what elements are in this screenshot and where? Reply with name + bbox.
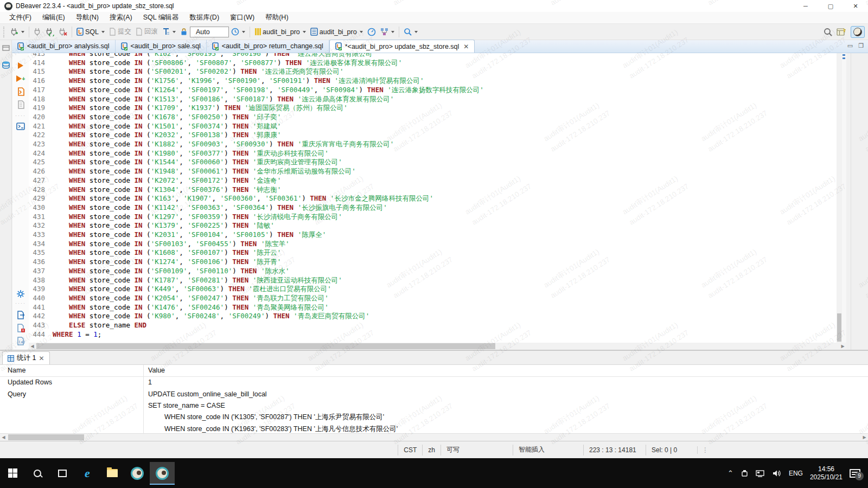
dbeaver-taskbar-button-active[interactable] bbox=[150, 462, 175, 485]
maximize-panel-icon[interactable]: ❐ bbox=[858, 42, 864, 49]
commit-button[interactable]: 提交 bbox=[107, 25, 133, 38]
variables-doc-icon[interactable]: (x) bbox=[15, 336, 26, 346]
editor-tab-2[interactable]: <audit_bi_pro> return_change.sql bbox=[207, 40, 329, 53]
menu-item-7[interactable]: 帮助(H) bbox=[260, 12, 293, 23]
code-line[interactable]: 421 WHEN store_code IN ('K1501', 'SF0037… bbox=[29, 122, 837, 131]
dbeaver-taskbar-button[interactable] bbox=[125, 462, 150, 485]
execute-statement-button[interactable] bbox=[15, 61, 26, 70]
action-center-icon[interactable]: 9 bbox=[850, 469, 860, 478]
rollback-button[interactable]: 回滚 bbox=[133, 25, 160, 38]
close-icon[interactable]: ✕ bbox=[463, 43, 469, 50]
compare-button[interactable] bbox=[378, 26, 397, 37]
minimize-panel-icon[interactable]: ▭ bbox=[847, 42, 853, 49]
code-line[interactable]: 424 WHEN store_code IN ('K1980', 'SF0037… bbox=[29, 149, 837, 158]
dbeaver-perspective-button[interactable] bbox=[851, 26, 865, 38]
code-line[interactable]: 430 WHEN store_code IN ('K1142', 'SF0036… bbox=[29, 203, 837, 213]
close-icon[interactable]: ✕ bbox=[39, 355, 44, 362]
scroll-left-arrow-icon[interactable]: ◀ bbox=[0, 434, 7, 441]
volume-icon[interactable] bbox=[773, 470, 782, 477]
transaction-log-button[interactable] bbox=[160, 26, 178, 37]
internet-explorer-button[interactable]: e bbox=[75, 462, 100, 485]
stat-row[interactable]: WHEN store_code IN ('K1963', 'SF00283') … bbox=[0, 423, 868, 434]
sql-search-button[interactable] bbox=[401, 26, 420, 37]
code-line[interactable]: 415 WHEN store_code IN ('SF00201', 'SF00… bbox=[29, 67, 837, 76]
new-connection-button[interactable] bbox=[8, 26, 27, 38]
menu-item-3[interactable]: 搜索(A) bbox=[105, 12, 137, 23]
file-explorer-button[interactable] bbox=[100, 462, 125, 485]
scroll-left-arrow-icon[interactable]: ◀ bbox=[29, 343, 36, 350]
minimize-button[interactable]: ─ bbox=[793, 0, 818, 12]
code-line[interactable]: 422 WHEN store_code IN ('K2032', 'SF0013… bbox=[29, 131, 837, 140]
menu-item-4[interactable]: SQL 编辑器 bbox=[138, 12, 184, 23]
code-line[interactable]: 444WHERE 1 = 1; bbox=[29, 330, 837, 339]
code-line[interactable]: 420 WHEN store_code IN ('K1678', 'SF0025… bbox=[29, 113, 837, 122]
dashboard-button[interactable] bbox=[365, 26, 378, 38]
close-button[interactable]: ✕ bbox=[843, 0, 868, 12]
stat-row[interactable]: SET store_name = CASE bbox=[0, 400, 868, 412]
commit-mode-combobox[interactable]: Auto bbox=[190, 27, 229, 37]
code-line[interactable]: 414 WHEN store_code IN ('SF00806', 'SF00… bbox=[29, 59, 837, 68]
status-caret-position[interactable]: 223 : 13 : 14181 bbox=[583, 445, 646, 455]
code-line[interactable]: 423 WHEN store_code IN ('K1882', 'SF0090… bbox=[29, 140, 837, 149]
editor-tab-0[interactable]: <audit_bi_pro> analysis.sql bbox=[12, 40, 116, 53]
editor-horizontal-scrollbar[interactable]: ◀ ▶ bbox=[29, 343, 846, 350]
code-line[interactable]: 434 WHEN store_code IN ('SF00103', 'SF00… bbox=[29, 240, 837, 249]
code-line[interactable]: 427 WHEN store_code IN ('K2072', 'SF0017… bbox=[29, 176, 837, 185]
network-icon[interactable] bbox=[756, 470, 765, 477]
taskbar-search-button[interactable] bbox=[25, 462, 50, 485]
execute-new-tab-button[interactable]: + bbox=[15, 74, 26, 84]
code-line[interactable]: 442 WHEN store_code IN ('K980', 'SF00248… bbox=[29, 312, 837, 321]
menu-item-1[interactable]: 编辑(E) bbox=[37, 12, 70, 23]
input-language[interactable]: ENG bbox=[789, 470, 803, 477]
start-button[interactable] bbox=[0, 462, 25, 485]
code-line[interactable]: 437 WHEN store_code IN ('SF00109', 'SF00… bbox=[29, 267, 837, 276]
validation-error-doc-icon[interactable] bbox=[15, 323, 26, 333]
usb-device-icon[interactable] bbox=[741, 470, 749, 477]
stats-col-name[interactable]: Name bbox=[0, 365, 144, 376]
code-line[interactable]: 431 WHEN store_code IN ('K1297', 'SF0035… bbox=[29, 213, 837, 222]
menu-item-0[interactable]: 文件(F) bbox=[4, 12, 36, 23]
stat-row[interactable]: Updated Rows1 bbox=[0, 377, 868, 389]
code-line[interactable]: 438 WHEN store_code IN ('K1787', 'SF0028… bbox=[29, 276, 837, 285]
code-line[interactable]: 417 WHEN store_code IN ('K1264', 'SF0019… bbox=[29, 86, 837, 95]
lock-button[interactable] bbox=[178, 26, 190, 37]
code-line[interactable]: 416 WHEN store_code IN ('K1756', 'K1996'… bbox=[29, 76, 837, 86]
code-line[interactable]: 419 WHEN store_code IN ('K1709', 'K1937'… bbox=[29, 104, 837, 113]
code-line[interactable]: 433 WHEN store_code IN ('K2031', 'SF0010… bbox=[29, 230, 837, 240]
export-result-button[interactable] bbox=[15, 310, 26, 320]
stat-row[interactable]: WHEN store_code IN ('K1305', 'SF00287') … bbox=[0, 412, 868, 423]
quick-access-search-icon[interactable] bbox=[824, 28, 832, 36]
editor-vertical-scrollbar[interactable] bbox=[837, 53, 842, 343]
database-navigator-icon[interactable] bbox=[1, 60, 10, 69]
code-line[interactable]: 418 WHEN store_code IN ('K1513', 'SF0018… bbox=[29, 95, 837, 104]
disconnect-all-button[interactable] bbox=[56, 26, 69, 38]
code-line[interactable]: 413 WHEN store_code IN ('K162', 'SF00195… bbox=[29, 53, 837, 59]
tray-expand-icon[interactable]: ⌃ bbox=[727, 469, 733, 477]
code-line[interactable]: 439 WHEN store_code IN ('K449', 'SF00063… bbox=[29, 285, 837, 294]
connection-selector[interactable]: audit_bi_pro bbox=[252, 26, 308, 37]
panel-horizontal-scrollbar[interactable]: ◀ ▶ bbox=[0, 433, 868, 441]
scroll-right-arrow-icon[interactable]: ▶ bbox=[861, 434, 868, 441]
editor-tab-1[interactable]: <audit_bi_pro> sale.sql bbox=[116, 40, 207, 53]
reconnect-button[interactable] bbox=[43, 26, 56, 38]
stat-row[interactable]: QueryUPDATE custom_online_sale_bill_loca… bbox=[0, 388, 868, 400]
code-line[interactable]: 440 WHEN store_code IN ('K2054', 'SF0024… bbox=[29, 294, 837, 303]
transaction-history-button[interactable] bbox=[229, 26, 247, 37]
overview-ruler[interactable] bbox=[842, 53, 846, 343]
sql-editor[interactable]: 413 WHEN store_code IN ('K162', 'SF00195… bbox=[29, 53, 846, 350]
sql-console-button[interactable] bbox=[15, 121, 26, 131]
clock[interactable]: 14:56 2025/10/21 bbox=[810, 465, 843, 481]
perspective-icon[interactable] bbox=[837, 28, 846, 36]
disconnect-button[interactable] bbox=[31, 26, 43, 38]
maximize-button[interactable]: ▢ bbox=[818, 0, 843, 12]
editor-tab-3[interactable]: *<audit_bi_pro> update_sbz_store.sql✕ bbox=[329, 40, 475, 53]
code-line[interactable]: 432 WHEN store_code IN ('K1379', 'SF0022… bbox=[29, 221, 837, 230]
task-view-button[interactable] bbox=[50, 462, 75, 485]
code-line[interactable]: 429 WHEN store_code IN ('K163', 'K1907',… bbox=[29, 194, 837, 203]
code-line[interactable]: 428 WHEN store_code IN ('K1304', 'SF0037… bbox=[29, 185, 837, 195]
database-selector[interactable]: audit_bi_pro bbox=[308, 26, 365, 37]
sql-editor-button[interactable]: SQL bbox=[74, 26, 107, 37]
code-line[interactable]: 435 WHEN store_code IN ('K1608', 'SF0010… bbox=[29, 248, 837, 258]
code-line[interactable]: 441 WHEN store_code IN ('K1476', 'SF0024… bbox=[29, 303, 837, 312]
execute-script-button[interactable] bbox=[15, 87, 26, 97]
